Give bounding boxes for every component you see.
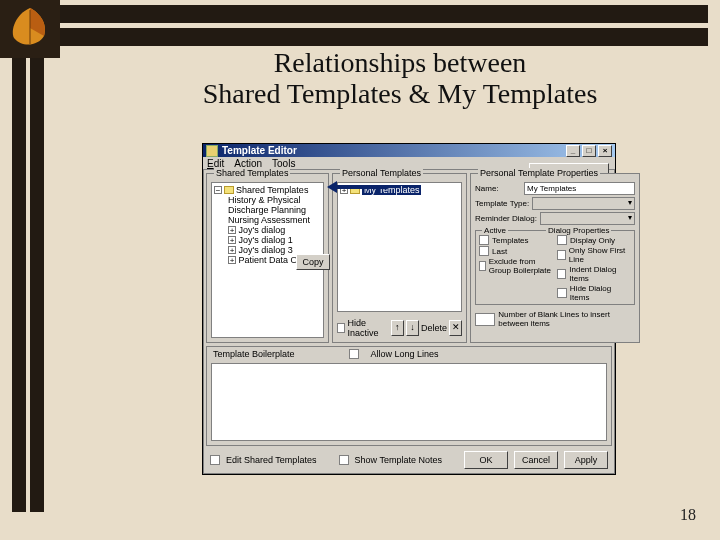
boilerplate-label: Template Boilerplate	[213, 349, 295, 359]
expand-icon[interactable]: +	[228, 236, 236, 244]
shared-templates-label: Shared Templates	[214, 168, 290, 178]
cancel-button[interactable]: Cancel	[514, 451, 558, 469]
opt-checkbox[interactable]	[479, 235, 489, 245]
opt-label: Templates	[492, 236, 528, 245]
opt-checkbox[interactable]	[557, 288, 567, 298]
properties-label: Personal Template Properties	[478, 168, 600, 178]
move-up-button[interactable]: ↑	[391, 320, 404, 336]
leaf-icon	[8, 6, 52, 50]
template-editor-window: Template Editor _ □ × EEditdit Action To…	[202, 143, 616, 475]
opt-checkbox[interactable]	[557, 235, 567, 245]
expand-icon[interactable]: +	[228, 256, 236, 264]
opt-checkbox[interactable]	[557, 269, 566, 279]
template-type-select[interactable]	[532, 197, 635, 210]
opt-label: Indent Dialog Items	[569, 265, 631, 283]
folder-icon	[224, 186, 234, 194]
boilerplate-panel: Template Boilerplate Allow Long Lines	[206, 346, 612, 446]
move-down-button[interactable]: ↓	[406, 320, 419, 336]
allow-long-lines-label: Allow Long Lines	[371, 349, 439, 359]
blank-lines-label: Number of Blank Lines to insert between …	[498, 310, 635, 328]
ok-button[interactable]: OK	[464, 451, 508, 469]
opt-checkbox[interactable]	[557, 250, 566, 260]
opt-label: Hide Dialog Items	[570, 284, 631, 302]
opt-label: Only Show First Line	[569, 246, 631, 264]
relationship-arrow	[327, 181, 387, 193]
menu-edit[interactable]: EEditdit	[207, 158, 224, 169]
tree-item: + Joy's dialog	[228, 225, 321, 235]
name-input[interactable]	[524, 182, 635, 195]
title-line2: Shared Templates & My Templates	[203, 78, 598, 109]
delete-button[interactable]: ✕	[449, 320, 462, 336]
personal-templates-label: Personal Templates	[340, 168, 423, 178]
page-number: 18	[680, 506, 696, 524]
active-label: Active	[482, 226, 508, 235]
bottom-bar: Edit Shared Templates Show Template Note…	[206, 449, 612, 471]
apply-button[interactable]: Apply	[564, 451, 608, 469]
dialog-props-label: Dialog Properties	[546, 226, 611, 235]
template-properties-panel: Personal Template Properties Name: Templ…	[470, 173, 640, 343]
copy-button[interactable]: Copy	[296, 254, 330, 270]
tree-item[interactable]: Nursing Assessment	[228, 215, 321, 225]
app-icon	[206, 145, 218, 157]
hide-inactive-label: Hide Inactive	[347, 318, 388, 338]
reminder-select[interactable]	[540, 212, 635, 225]
window-title: Template Editor	[222, 145, 297, 156]
show-notes-label: Show Template Notes	[355, 455, 442, 465]
tree-item[interactable]: Discharge Planning	[228, 205, 321, 215]
personal-templates-panel: Personal Templates + My Templates Copy H…	[332, 173, 467, 343]
delete-label: Delete	[421, 323, 447, 333]
type-label: Template Type:	[475, 199, 529, 208]
hide-inactive-checkbox[interactable]	[337, 323, 345, 333]
expand-icon[interactable]: +	[228, 226, 236, 234]
shared-root[interactable]: Shared Templates	[236, 185, 308, 195]
name-label: Name:	[475, 184, 521, 193]
minimize-button[interactable]: _	[566, 145, 580, 157]
boilerplate-textarea[interactable]	[211, 363, 607, 441]
close-button[interactable]: ×	[598, 145, 612, 157]
collapse-icon[interactable]: −	[214, 186, 222, 194]
menu-tools[interactable]: Tools	[272, 158, 295, 169]
allow-long-lines-checkbox[interactable]	[349, 349, 359, 359]
opt-label: Display Only	[570, 236, 615, 245]
reminder-label: Reminder Dialog:	[475, 214, 537, 223]
personal-templates-tree[interactable]: + My Templates	[337, 182, 462, 312]
titlebar: Template Editor _ □ ×	[203, 144, 615, 157]
opt-checkbox[interactable]	[479, 246, 489, 256]
tree-item[interactable]: History & Physical	[228, 195, 321, 205]
dialog-properties-group: Active Dialog Properties Templates Last …	[475, 230, 635, 305]
opt-checkbox[interactable]	[479, 261, 486, 271]
edit-shared-checkbox[interactable]	[210, 455, 220, 465]
maximize-button[interactable]: □	[582, 145, 596, 157]
show-notes-checkbox[interactable]	[339, 455, 349, 465]
slide-corner	[0, 0, 60, 58]
title-line1: Relationships between	[274, 47, 527, 78]
expand-icon[interactable]: +	[228, 246, 236, 254]
slide-title: Relationships between Shared Templates &…	[110, 48, 690, 110]
opt-label: Last	[492, 247, 507, 256]
tree-item: + Joy's dialog 1	[228, 235, 321, 245]
edit-shared-label: Edit Shared Templates	[226, 455, 316, 465]
blank-lines-input[interactable]	[475, 313, 495, 326]
menu-action[interactable]: Action	[234, 158, 262, 169]
opt-label: Exclude from Group Boilerplate	[489, 257, 553, 275]
